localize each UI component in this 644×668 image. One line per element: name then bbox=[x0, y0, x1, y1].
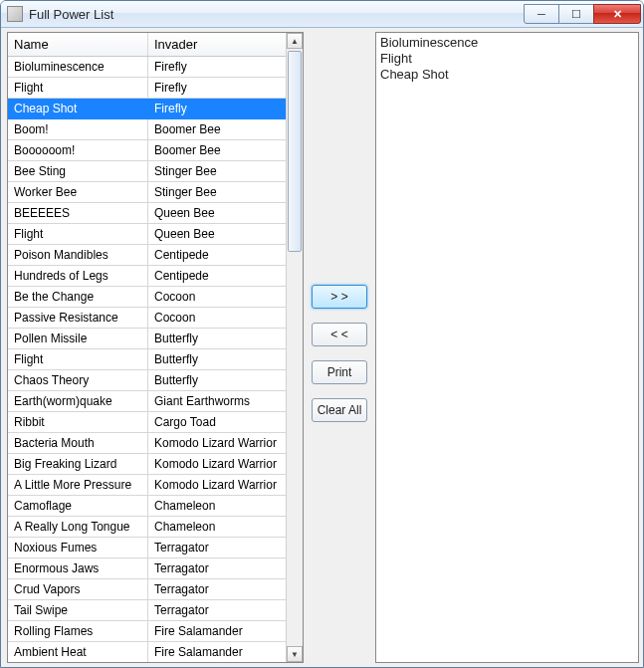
table-row[interactable]: FlightFirefly bbox=[8, 78, 286, 99]
cell-invader: Fire Salamander bbox=[148, 642, 287, 662]
table-row[interactable]: A Really Long TongueChameleon bbox=[8, 517, 286, 538]
table-row[interactable]: FlightQueen Bee bbox=[8, 224, 286, 245]
cell-name: Pollen Missile bbox=[8, 329, 148, 349]
table-row[interactable]: Chaos TheoryButterfly bbox=[8, 370, 286, 391]
cell-name: Ambient Heat bbox=[8, 642, 148, 662]
cell-name: Poison Mandibles bbox=[8, 245, 148, 266]
cell-name: A Really Long Tongue bbox=[8, 517, 148, 538]
table-row[interactable]: Cheap ShotFirefly bbox=[8, 99, 286, 119]
scroll-down-button[interactable]: ▼ bbox=[287, 646, 303, 662]
cell-invader: Terragator bbox=[148, 579, 287, 600]
cell-invader: Stinger Bee bbox=[148, 161, 287, 182]
table-row[interactable]: Ambient HeatFire Salamander bbox=[8, 642, 286, 662]
clear-all-button[interactable]: Clear All bbox=[312, 398, 367, 422]
column-header-name[interactable]: Name bbox=[8, 33, 148, 57]
titlebar[interactable]: Full Power List ─ ☐ ✕ bbox=[1, 1, 643, 28]
cell-name: Rolling Flames bbox=[8, 621, 148, 642]
table-row[interactable]: BioluminescenceFirefly bbox=[8, 57, 286, 78]
table-row[interactable]: Rolling FlamesFire Salamander bbox=[8, 621, 286, 642]
table-row[interactable]: Noxious FumesTerragator bbox=[8, 538, 286, 558]
cell-name: Flight bbox=[8, 78, 148, 99]
cell-invader: Giant Earthworms bbox=[148, 391, 287, 412]
cell-name: Bioluminescence bbox=[8, 57, 148, 78]
cell-invader: Cocoon bbox=[148, 308, 287, 329]
table-row[interactable]: Earth(worm)quakeGiant Earthworms bbox=[8, 391, 286, 412]
list-item[interactable]: Bioluminescence bbox=[380, 35, 634, 51]
app-icon bbox=[7, 6, 23, 22]
table-row[interactable]: Big Freaking LizardKomodo Lizard Warrior bbox=[8, 454, 286, 475]
scroll-thumb[interactable] bbox=[288, 51, 302, 252]
table-row[interactable]: Bee StingStinger Bee bbox=[8, 161, 286, 182]
table-row[interactable]: A Little More PressureKomodo Lizard Warr… bbox=[8, 475, 286, 496]
cell-name: Be the Change bbox=[8, 287, 148, 308]
power-table[interactable]: Name Invader BioluminescenceFireflyFligh… bbox=[8, 33, 286, 662]
cell-invader: Cargo Toad bbox=[148, 412, 287, 433]
cell-invader: Chameleon bbox=[148, 517, 287, 538]
table-row[interactable]: RibbitCargo Toad bbox=[8, 412, 286, 433]
cell-invader: Fire Salamander bbox=[148, 621, 287, 642]
client-area: Name Invader BioluminescenceFireflyFligh… bbox=[1, 28, 643, 667]
cell-name: Bee Sting bbox=[8, 161, 148, 182]
table-row[interactable]: Hundreds of LegsCentipede bbox=[8, 266, 286, 287]
maximize-button[interactable]: ☐ bbox=[558, 4, 594, 24]
cell-name: Boooooom! bbox=[8, 140, 148, 161]
cell-invader: Komodo Lizard Warrior bbox=[148, 433, 287, 454]
app-window: Full Power List ─ ☐ ✕ Name Invader Biolu… bbox=[0, 0, 644, 668]
cell-invader: Firefly bbox=[148, 57, 287, 78]
table-row[interactable]: CamoflageChameleon bbox=[8, 496, 286, 517]
close-button[interactable]: ✕ bbox=[593, 4, 641, 24]
print-button[interactable]: Print bbox=[312, 360, 367, 384]
cell-name: Flight bbox=[8, 349, 148, 370]
cell-name: Hundreds of Legs bbox=[8, 266, 148, 287]
cell-name: BEEEEES bbox=[8, 203, 148, 224]
cell-invader: Terragator bbox=[148, 538, 287, 558]
vertical-scrollbar[interactable]: ▲ ▼ bbox=[286, 33, 303, 662]
minimize-button[interactable]: ─ bbox=[524, 4, 559, 24]
cell-invader: Firefly bbox=[148, 99, 287, 119]
cell-invader: Butterfly bbox=[148, 349, 287, 370]
cell-invader: Queen Bee bbox=[148, 203, 287, 224]
cell-invader: Boomer Bee bbox=[148, 140, 287, 161]
cell-invader: Stinger Bee bbox=[148, 182, 287, 203]
table-row[interactable]: Pollen MissileButterfly bbox=[8, 329, 286, 349]
window-title: Full Power List bbox=[29, 7, 525, 22]
table-row[interactable]: Boom!Boomer Bee bbox=[8, 119, 286, 140]
cell-name: Bacteria Mouth bbox=[8, 433, 148, 454]
cell-name: Worker Bee bbox=[8, 182, 148, 203]
power-list-wrap: Name Invader BioluminescenceFireflyFligh… bbox=[7, 32, 304, 663]
cell-name: Noxious Fumes bbox=[8, 538, 148, 558]
cell-name: A Little More Pressure bbox=[8, 475, 148, 496]
table-row[interactable]: Boooooom!Boomer Bee bbox=[8, 140, 286, 161]
table-row[interactable]: Worker BeeStinger Bee bbox=[8, 182, 286, 203]
table-row[interactable]: Passive ResistanceCocoon bbox=[8, 308, 286, 329]
scroll-track[interactable] bbox=[287, 49, 303, 646]
table-row[interactable]: Crud VaporsTerragator bbox=[8, 579, 286, 600]
cell-name: Tail Swipe bbox=[8, 600, 148, 621]
list-item[interactable]: Flight bbox=[380, 51, 634, 67]
list-item[interactable]: Cheap Shot bbox=[380, 67, 634, 83]
cell-name: Ribbit bbox=[8, 412, 148, 433]
scroll-up-button[interactable]: ▲ bbox=[287, 33, 303, 49]
table-row[interactable]: Poison MandiblesCentipede bbox=[8, 245, 286, 266]
table-row[interactable]: Enormous JawsTerragator bbox=[8, 558, 286, 579]
table-row[interactable]: Tail SwipeTerragator bbox=[8, 600, 286, 621]
cell-name: Camoflage bbox=[8, 496, 148, 517]
table-row[interactable]: BEEEEESQueen Bee bbox=[8, 203, 286, 224]
cell-invader: Chameleon bbox=[148, 496, 287, 517]
table-row[interactable]: FlightButterfly bbox=[8, 349, 286, 370]
cell-invader: Terragator bbox=[148, 558, 287, 579]
remove-button[interactable]: < < bbox=[312, 323, 367, 346]
cell-invader: Butterfly bbox=[148, 370, 287, 391]
column-header-invader[interactable]: Invader bbox=[148, 33, 287, 57]
transfer-buttons-panel: > > < < Print Clear All bbox=[310, 32, 369, 663]
add-button[interactable]: > > bbox=[312, 285, 367, 309]
table-row[interactable]: Bacteria MouthKomodo Lizard Warrior bbox=[8, 433, 286, 454]
cell-invader: Terragator bbox=[148, 600, 287, 621]
table-row[interactable]: Be the ChangeCocoon bbox=[8, 287, 286, 308]
cell-invader: Cocoon bbox=[148, 287, 287, 308]
cell-invader: Centipede bbox=[148, 266, 287, 287]
cell-name: Crud Vapors bbox=[8, 579, 148, 600]
cell-name: Passive Resistance bbox=[8, 308, 148, 329]
cell-invader: Komodo Lizard Warrior bbox=[148, 475, 287, 496]
selected-list-panel[interactable]: BioluminescenceFlightCheap Shot bbox=[375, 32, 639, 663]
